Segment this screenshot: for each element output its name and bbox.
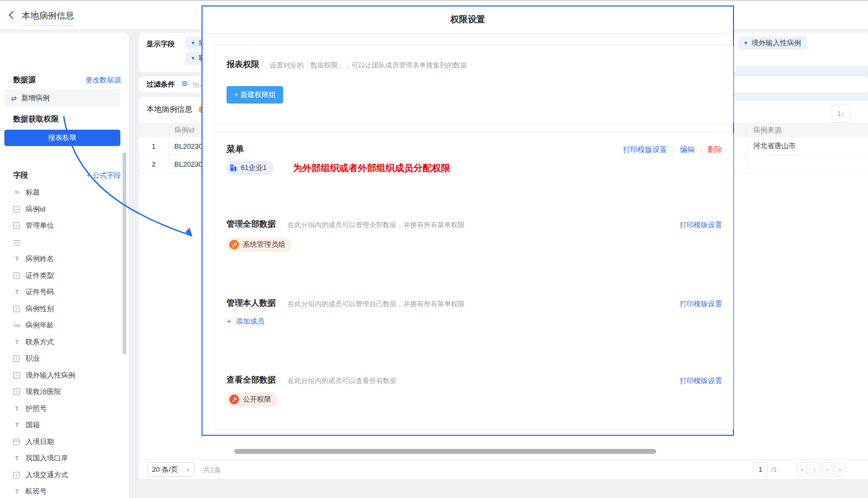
permission-settings-modal: 权限设置 报表权限 设置对应的「数据权限」，可以让团队成员管理表单搜集到的数据 … <box>201 5 734 436</box>
page-size-select[interactable]: 20 条/页 ∨ <box>147 462 195 477</box>
field-item[interactable]: 现救治医院 <box>0 384 123 400</box>
group-title: 查看全部数据 <box>227 375 276 385</box>
print-template-link[interactable]: 打印模版设置 <box>623 145 667 155</box>
org-chip[interactable]: 61企业1 <box>227 161 273 175</box>
field-item[interactable]: 护照号 <box>0 400 123 417</box>
id-icon <box>13 206 20 212</box>
select-icon <box>13 388 20 395</box>
field-item[interactable]: 病例id <box>0 201 123 218</box>
field-item[interactable] <box>0 234 123 251</box>
menu-section-title: 菜单 <box>227 144 244 155</box>
new-case-label: 新增病例 <box>21 93 50 103</box>
link-separator: | <box>673 146 675 154</box>
title-icon <box>13 190 21 195</box>
gear-icon[interactable]: ⚙ <box>181 80 188 88</box>
sidebar-scrollbar[interactable] <box>123 153 126 354</box>
annotation-text: 为外部组织或者外部组织成员分配权限 <box>293 162 450 174</box>
field-item[interactable]: 病例姓名 <box>0 251 123 268</box>
field-item[interactable]: 证件号码 <box>0 284 123 301</box>
field-item[interactable]: 航班号 <box>0 483 123 498</box>
section-description: 设置对应的「数据权限」，可以让团队成员管理表单搜集到的数据 <box>270 61 467 70</box>
case-id-header: 病例id <box>174 123 194 137</box>
select-icon <box>13 306 20 312</box>
next-page-button[interactable]: › <box>822 462 833 477</box>
sort-button[interactable]: 1↓ <box>832 105 850 123</box>
text-icon <box>13 405 21 412</box>
group-title: 管理本人数据 <box>227 298 276 308</box>
fields-list: 标题 病例id 管理单位 病例姓名 证件类型 证件号码 病例性别 病例年龄 联系… <box>0 184 123 498</box>
page-count: /1 <box>771 465 777 473</box>
field-item[interactable]: 病例年龄 <box>0 317 123 334</box>
row-number-header <box>139 123 169 137</box>
field-item[interactable]: 证件类型 <box>0 268 123 284</box>
field-item[interactable]: 管理单位 <box>0 217 123 234</box>
delete-link[interactable]: 删除 <box>707 145 722 155</box>
key-icon <box>229 394 239 404</box>
group-title: 管理全部数据 <box>227 219 276 229</box>
new-case-item[interactable]: ⇄ 新增病例 <box>4 89 120 107</box>
chevron-down-icon: ▼ <box>191 56 195 61</box>
link-separator: | <box>700 146 702 154</box>
field-chip-overseas[interactable]: ▼境外输入性病例 <box>738 37 806 50</box>
chevron-down-icon: ▼ <box>743 40 748 46</box>
last-page-button[interactable]: » <box>834 462 845 477</box>
org-icon <box>13 222 20 229</box>
print-template-link[interactable]: 打印模版设置 <box>680 299 722 309</box>
public-permission-chip[interactable]: 公开权限 <box>227 392 278 406</box>
horizontal-scrollbar-thumb[interactable] <box>234 449 656 454</box>
page-number-input[interactable] <box>753 462 768 477</box>
group-description: 在此分组内的成员可以管理全部数据，并拥有所有菜单权限 <box>288 221 464 230</box>
fields-label: 字段 <box>13 171 28 180</box>
text-icon <box>13 289 21 295</box>
text-icon <box>13 339 21 345</box>
case-source-header: 病例来源 <box>746 123 868 137</box>
display-fields-label: 显示字段 <box>146 39 175 49</box>
report-permission-section: 报表权限 设置对应的「数据权限」，可以让团队成员管理表单搜集到的数据 + 新建权… <box>215 45 733 124</box>
pagination-bar: 20 条/页 ∨ 共2条 /1 « ‹ › » <box>139 459 868 479</box>
field-item[interactable]: 国籍 <box>0 417 123 434</box>
add-member-button[interactable]: + 添加成员 <box>227 317 264 326</box>
group-description: 在此分组内的成员可以查看所有数据 <box>288 376 396 386</box>
prev-page-button[interactable]: ‹ <box>809 462 820 477</box>
select-icon <box>13 372 20 379</box>
admin-group-chip[interactable]: 系统管理员组 <box>227 238 292 252</box>
building-icon <box>229 164 237 172</box>
table-title: 本地病例信息 <box>146 105 192 114</box>
link-icon: ⇄ <box>11 94 17 102</box>
row-number-cell: 2 <box>139 155 169 173</box>
edit-link[interactable]: 编辑 <box>680 145 694 155</box>
field-item[interactable]: 入境日期 <box>0 434 123 451</box>
field-item[interactable]: 病例性别 <box>0 301 123 318</box>
select-icon <box>13 472 20 478</box>
field-item[interactable]: 标题 <box>0 184 123 201</box>
new-permission-group-button[interactable]: + 新建权限组 <box>227 86 283 104</box>
print-template-link[interactable]: 打印模版设置 <box>680 376 722 386</box>
total-count: 共2条 <box>203 465 221 475</box>
datasource-label: 数据源 <box>13 75 36 85</box>
field-item[interactable]: 联系方式 <box>0 334 123 351</box>
print-template-link[interactable]: 打印模版设置 <box>680 220 722 230</box>
group-description: 在此分组内的成员可以管理自己数据，并拥有所有菜单权限 <box>288 300 464 309</box>
text-icon <box>13 488 21 495</box>
permission-groups-section: 菜单 打印模版设置 | 编辑 | 删除 61企业1 为外部组织或者外部组织成员分… <box>215 132 733 430</box>
field-item[interactable]: 入境交通方式 <box>0 467 123 484</box>
row-number-cell: 1 <box>139 137 169 155</box>
data-access-label: 数据获取权限 <box>13 114 59 124</box>
chip-row-fragment <box>736 94 868 101</box>
text-icon <box>13 422 21 428</box>
plus-icon: + <box>227 317 231 326</box>
formula-field-link[interactable]: + 公式字段 <box>87 171 121 180</box>
modal-title: 权限设置 <box>203 7 733 34</box>
text-icon <box>13 256 21 262</box>
report-permission-button[interactable]: 报表权限 <box>4 130 120 146</box>
number-icon <box>13 323 21 328</box>
first-page-button[interactable]: « <box>797 462 808 477</box>
field-item[interactable]: 职业 <box>0 350 123 367</box>
back-icon[interactable] <box>9 11 17 20</box>
field-item[interactable]: 境外输入性病例 <box>0 367 123 384</box>
field-item[interactable]: 我国入境口岸 <box>0 450 123 467</box>
select-icon <box>13 272 20 279</box>
filter-label: 过滤条件 <box>146 80 175 89</box>
chevron-down-icon: ∨ <box>186 466 190 472</box>
change-datasource-link[interactable]: 更改数据源 <box>85 75 121 85</box>
